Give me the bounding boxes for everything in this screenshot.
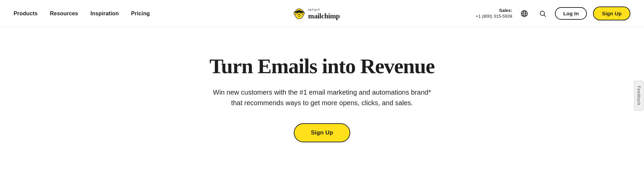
logo[interactable]: INTUIT mailchimp — [291, 5, 353, 22]
navbar: Products Resources Inspiration Pricing — [0, 0, 644, 27]
feedback-label: Feedback — [636, 86, 641, 106]
login-button[interactable]: Log In — [555, 7, 587, 20]
sales-number: +1 (800) 315-5939 — [476, 14, 512, 19]
sales-info: Sales: +1 (800) 315-5939 — [476, 8, 512, 19]
nav-right: Sales: +1 (800) 315-5939 Log In Sign Up — [476, 6, 630, 20]
svg-point-18 — [540, 11, 545, 15]
svg-rect-10 — [294, 11, 304, 12]
nav-item-products[interactable]: Products — [14, 11, 38, 17]
nav-item-resources[interactable]: Resources — [50, 11, 78, 17]
search-button[interactable] — [537, 7, 549, 20]
nav-item-pricing[interactable]: Pricing — [131, 11, 150, 17]
mailchimp-logo: INTUIT mailchimp — [291, 5, 353, 22]
svg-text:mailchimp: mailchimp — [308, 12, 340, 20]
sales-label: Sales: — [476, 8, 512, 14]
nav-left: Products Resources Inspiration Pricing — [14, 11, 150, 17]
nav-item-inspiration[interactable]: Inspiration — [90, 11, 119, 17]
signup-button-hero[interactable]: Sign Up — [294, 123, 350, 142]
feedback-tab[interactable]: Feedback — [634, 81, 643, 111]
svg-text:INTUIT: INTUIT — [308, 9, 320, 12]
svg-line-19 — [544, 15, 546, 17]
svg-point-9 — [301, 14, 303, 15]
globe-button[interactable] — [518, 7, 530, 20]
search-icon — [539, 10, 546, 17]
hero-subtitle: Win new customers with the #1 email mark… — [206, 87, 438, 108]
hero-section: Turn Emails into Revenue Win new custome… — [0, 27, 644, 163]
svg-point-8 — [295, 14, 297, 15]
svg-point-7 — [298, 14, 300, 15]
hero-title: Turn Emails into Revenue — [209, 54, 435, 78]
nav-center: INTUIT mailchimp — [291, 5, 353, 22]
signup-button-nav[interactable]: Sign Up — [593, 6, 630, 20]
globe-icon — [521, 10, 528, 17]
